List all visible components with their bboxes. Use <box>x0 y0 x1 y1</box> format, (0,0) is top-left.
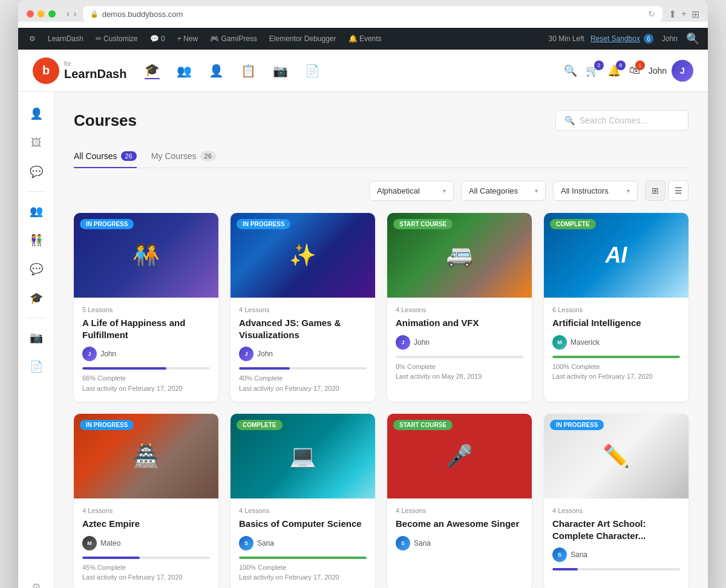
refresh-icon[interactable]: ↻ <box>648 9 655 19</box>
grid-view-button[interactable]: ⊞ <box>645 180 666 201</box>
site-logo[interactable]: b for LearnDash <box>33 57 126 84</box>
sidebar-icon-courses[interactable]: 🎓 <box>24 286 48 310</box>
tab-all-courses[interactable]: All Courses 26 <box>74 145 137 168</box>
course-card[interactable]: ✨ IN PROGRESS 4 Lessons Advanced JS: Gam… <box>231 213 375 402</box>
instructor-avatar-5: S <box>239 536 253 550</box>
list-view-button[interactable]: ☰ <box>668 180 688 201</box>
course-body-2: 4 Lessons Animation and VFX J John 0% Co… <box>387 298 532 390</box>
category-filter[interactable]: All Categories ▾ <box>461 181 546 201</box>
instructor-name-3: Maverick <box>571 338 600 347</box>
back-button[interactable]: ‹ <box>67 8 70 19</box>
status-badge-2: START COURSE <box>393 219 453 229</box>
course-card[interactable]: 💻 COMPLETE 4 Lessons Basics of Computer … <box>231 414 375 588</box>
header-search-icon[interactable]: 🔍 <box>564 64 577 77</box>
nav-media-icon[interactable]: 📷 <box>273 64 288 78</box>
course-card[interactable]: ✏️ IN PROGRESS 4 Lessons Character Art S… <box>544 414 688 588</box>
instructor-avatar-4: M <box>82 536 97 550</box>
user-avatar-circle: J <box>672 60 693 82</box>
maximize-button[interactable] <box>48 10 56 18</box>
comments-admin-item[interactable]: 💬 0 <box>144 28 171 50</box>
header-shop-icon[interactable]: 🛍 1 <box>629 64 640 77</box>
instructor-name-1: John <box>257 350 273 358</box>
activity-label-1: Last activity on February 17, 2020 <box>239 384 367 394</box>
grid-icon[interactable]: ⊞ <box>692 8 699 20</box>
search-courses-input[interactable]: 🔍 Search Courses... <box>555 110 688 131</box>
search-admin-icon[interactable]: 🔍 <box>682 32 703 45</box>
left-sidebar: 👤 🖼 💬 👥 👫 💬 🎓 📷 📄 ⚙ <box>18 92 54 588</box>
progress-fill-1 <box>239 367 290 370</box>
header-bell-icon[interactable]: 🔔 8 <box>607 64 621 77</box>
course-instructor-7: S Sana <box>552 547 680 562</box>
page-header: Courses 🔍 Search Courses... <box>74 110 688 131</box>
minimize-button[interactable] <box>38 10 45 18</box>
lock-icon: 🔒 <box>90 10 99 18</box>
course-card[interactable]: 🏯 IN PROGRESS 4 Lessons Aztec Empire M M… <box>74 414 218 588</box>
nav-activity-icon[interactable]: 📋 <box>241 64 256 78</box>
course-instructor-1: J John <box>239 347 367 361</box>
sidebar-icon-forums[interactable]: 💬 <box>24 257 48 281</box>
wp-icon[interactable]: ⚙ <box>23 28 42 50</box>
sidebar-icon-settings[interactable]: ⚙ <box>24 575 48 589</box>
nav-profile-icon[interactable]: 👤 <box>209 64 224 78</box>
bell-badge: 8 <box>616 60 626 70</box>
tab-all-courses-label: All Courses <box>74 151 117 161</box>
instructor-avatar-3: M <box>552 335 567 350</box>
status-badge-7: IN PROGRESS <box>550 420 604 430</box>
course-lessons-3: 6 Lessons <box>552 306 680 313</box>
forward-button[interactable]: › <box>73 8 76 19</box>
site-header: b for LearnDash 🎓 👥 👤 📋 📷 📄 🔍 🛒 2 🔔 8 <box>18 50 708 92</box>
sidebar-icon-media[interactable]: 🖼 <box>24 131 48 155</box>
course-lessons-0: 5 Lessons <box>82 306 210 313</box>
reset-sandbox-link[interactable]: Reset Sandbox <box>590 34 640 43</box>
instructor-name-5: Sana <box>257 539 274 547</box>
progress-bar-5 <box>239 557 367 559</box>
logo-text: for LearnDash <box>64 60 126 80</box>
nav-members-icon[interactable]: 👥 <box>177 64 192 78</box>
sidebar-icon-photos[interactable]: 📷 <box>24 325 48 350</box>
course-thumbnail-1: ✨ IN PROGRESS <box>231 213 375 298</box>
nav-docs-icon[interactable]: 📄 <box>305 64 320 78</box>
instructor-filter[interactable]: All Instructors ▾ <box>553 181 638 201</box>
new-admin-item[interactable]: + New <box>171 28 204 50</box>
sidebar-icon-profile[interactable]: 👤 <box>24 102 48 126</box>
course-name-7: Character Art School: Complete Character… <box>552 518 680 541</box>
course-instructor-4: M Mateo <box>82 536 210 550</box>
reset-count-badge: 6 <box>644 34 653 44</box>
wordpress-icon: ⚙ <box>29 34 36 43</box>
sandbox-timer: 30 Min Left <box>543 34 590 43</box>
progress-label-0: 66% Complete <box>82 373 210 384</box>
sidebar-icon-groups[interactable]: 👥 <box>24 199 48 223</box>
sidebar-icon-docs[interactable]: 📄 <box>24 354 48 379</box>
logo-circle: b <box>33 57 59 84</box>
course-thumbnail-2: 🚐 START COURSE <box>387 213 532 298</box>
sidebar-icon-friends[interactable]: 👫 <box>24 228 48 252</box>
course-body-4: 4 Lessons Aztec Empire M Mateo 45% Compl… <box>74 498 218 588</box>
sidebar-divider-2 <box>27 318 45 318</box>
learndash-admin-item[interactable]: LearnDash <box>42 28 90 50</box>
gamipress-admin-item[interactable]: 🎮 GamiPress <box>204 28 263 50</box>
course-card[interactable]: 🧑‍🤝‍🧑 IN PROGRESS 5 Lessons A Life of Ha… <box>74 213 218 402</box>
sidebar-icon-messages[interactable]: 💬 <box>24 160 48 184</box>
nav-courses-icon[interactable]: 🎓 <box>145 62 160 79</box>
elementor-admin-item[interactable]: Elementor Debugger <box>263 28 342 50</box>
new-tab-icon[interactable]: + <box>681 8 687 20</box>
course-card[interactable]: 🚐 START COURSE 4 Lessons Animation and V… <box>387 213 532 402</box>
address-bar[interactable]: 🔒 demos.buddyboss.com ↻ <box>83 6 662 22</box>
view-toggle: ⊞ ☰ <box>645 180 688 201</box>
course-card[interactable]: AI COMPLETE 6 Lessons Artificial Intelli… <box>544 213 688 402</box>
sort-filter[interactable]: Alphabetical ▾ <box>369 181 454 201</box>
traffic-lights <box>27 10 56 18</box>
close-button[interactable] <box>27 10 34 18</box>
customize-admin-item[interactable]: ✏ Customize <box>90 28 144 50</box>
browser-chrome: ‹ › 🔒 demos.buddyboss.com ↻ ⬆ + ⊞ <box>18 0 708 22</box>
sort-filter-label: Alphabetical <box>377 186 420 195</box>
header-cart-icon[interactable]: 🛒 2 <box>586 64 599 77</box>
share-icon[interactable]: ⬆ <box>669 8 676 20</box>
course-body-1: 4 Lessons Advanced JS: Games & Visualiza… <box>231 298 375 402</box>
course-card[interactable]: 🎤 START COURSE 4 Lessons Become an Aweso… <box>387 414 532 588</box>
events-admin-item[interactable]: 🔔 Events <box>342 28 388 50</box>
tab-my-courses[interactable]: My Courses 26 <box>151 145 216 168</box>
status-badge-0: IN PROGRESS <box>80 219 134 229</box>
user-avatar-header[interactable]: John J <box>649 60 693 82</box>
progress-fill-3 <box>552 356 680 358</box>
